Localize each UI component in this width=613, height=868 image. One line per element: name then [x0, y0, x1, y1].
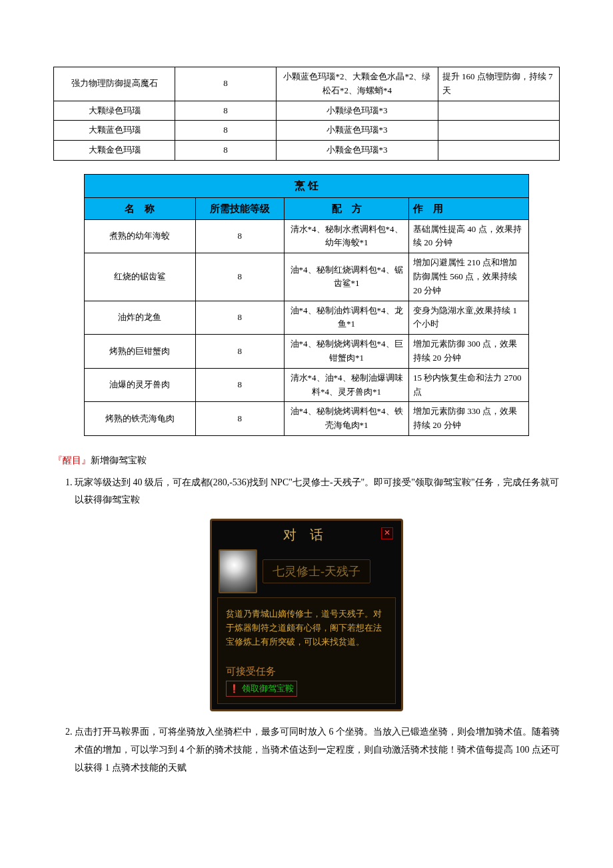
item-name: 烤熟的巨钳蟹肉 — [84, 335, 195, 369]
table-row: 强力物理防御提高魔石 8 小颗蓝色玛瑙*2、大颗金色水晶*2、绿松石*2、海螺蛸… — [54, 67, 560, 101]
table-row: 烤熟的巨钳蟹肉 8 油*4、秘制烧烤调料包*4、巨钳蟹肉*1 增加元素防御 30… — [84, 335, 529, 369]
effect: 增加闪避属性 210 点和增加防御属性 560 点，效果持续 20 分钟 — [409, 253, 529, 301]
recipe: 油*4、秘制烧烤调料包*4、铁壳海龟肉*1 — [285, 402, 409, 436]
skill-level: 8 — [195, 335, 285, 369]
effect — [438, 141, 559, 161]
npc-avatar — [219, 549, 257, 593]
table-row: 烤熟的铁壳海龟肉 8 油*4、秘制烧烤调料包*4、铁壳海龟肉*1 增加元素防御 … — [84, 402, 529, 436]
recipe: 清水*4、秘制水煮调料包*4、幼年海蛟*1 — [285, 219, 409, 253]
section-title: 新增御驾宝鞍 — [91, 455, 147, 465]
item-name: 油炸的龙鱼 — [84, 301, 195, 335]
table-row: 煮熟的幼年海蛟 8 清水*4、秘制水煮调料包*4、幼年海蛟*1 基础属性提高 4… — [84, 219, 529, 253]
section-heading: 『醒目』新增御驾宝鞍 玩家等级达到 40 级后，可在成都(280,-536)找到… — [53, 452, 560, 509]
npc-dialog: 对话 ✕ 七灵修士-天残子 贫道乃青城山嫡传修士，道号天残子。对于炼器制符之道颇… — [210, 519, 403, 712]
recipe: 油*4、秘制烧烤调料包*4、巨钳蟹肉*1 — [285, 335, 409, 369]
close-icon[interactable]: ✕ — [381, 527, 393, 539]
recipe: 小颗绿色玛瑙*3 — [276, 101, 438, 121]
recipe: 小颗蓝色玛瑙*3 — [276, 121, 438, 141]
table-header-row: 名 称 所需技能等级 配 方 作 用 — [84, 197, 529, 219]
npc-name: 七灵修士-天残子 — [263, 559, 370, 583]
skill-level: 8 — [195, 402, 285, 436]
item-name: 大颗蓝色玛瑙 — [54, 121, 175, 141]
recipe: 清水*4、油*4、秘制油爆调味料*4、灵牙兽肉*1 — [285, 368, 409, 402]
cooking-table: 烹 饪 名 称 所需技能等级 配 方 作 用 煮熟的幼年海蛟 8 清水*4、秘制… — [84, 174, 530, 436]
list-item-2: 点击打开马鞍界面，可将坐骑放入坐骑栏中，最多可同时放入 6 个坐骑。当放入已锻造… — [75, 723, 560, 777]
attention-label: 『醒目』 — [53, 455, 91, 465]
dialog-title: 对话 — [283, 526, 336, 544]
task-section-label: 可接受任务 — [226, 665, 387, 678]
col-name: 名 称 — [84, 197, 195, 219]
skill-level: 8 — [175, 67, 277, 101]
table-row: 大颗绿色玛瑙 8 小颗绿色玛瑙*3 — [54, 101, 560, 121]
effect: 提升 160 点物理防御，持续 7 天 — [438, 67, 559, 101]
col-recipe: 配 方 — [285, 197, 409, 219]
item-name: 油爆的灵牙兽肉 — [84, 368, 195, 402]
effect: 增加元素防御 330 点，效果持续 20 分钟 — [409, 402, 529, 436]
table-row: 油爆的灵牙兽肉 8 清水*4、油*4、秘制油爆调味料*4、灵牙兽肉*1 15 秒… — [84, 368, 529, 402]
recipe: 小颗金色玛瑙*3 — [276, 141, 438, 161]
item-name: 红烧的锯齿鲨 — [84, 253, 195, 301]
item-name: 强力物理防御提高魔石 — [54, 67, 175, 101]
skill-level: 8 — [175, 101, 277, 121]
dialog-text: 贫道乃青城山嫡传修士，道号天残子。对于炼器制符之道颇有心得，阁下若想在法宝修炼上… — [226, 607, 387, 650]
item-name: 煮熟的幼年海蛟 — [84, 219, 195, 253]
crafting-table-fragment: 强力物理防御提高魔石 8 小颗蓝色玛瑙*2、大颗金色水晶*2、绿松石*2、海螺蛸… — [53, 67, 560, 161]
effect: 基础属性提高 40 点，效果持续 20 分钟 — [409, 219, 529, 253]
effect: 变身为隐湖水童,效果持续 1 个小时 — [409, 301, 529, 335]
effect — [438, 121, 559, 141]
effect: 增加元素防御 300 点，效果持续 20 分钟 — [409, 335, 529, 369]
col-effect: 作 用 — [409, 197, 529, 219]
skill-level: 8 — [195, 253, 285, 301]
list-item-1: 玩家等级达到 40 级后，可在成都(280,-536)找到 NPC"七灵修士-天… — [75, 474, 560, 509]
skill-level: 8 — [175, 141, 277, 161]
table-row: 大颗金色玛瑙 8 小颗金色玛瑙*3 — [54, 141, 560, 161]
table-title-row: 烹 饪 — [84, 174, 529, 197]
effect: 15 秒内恢复生命和法力 2700 点 — [409, 368, 529, 402]
recipe: 油*4、秘制油炸调料包*4、龙鱼*1 — [285, 301, 409, 335]
col-level: 所需技能等级 — [195, 197, 285, 219]
effect — [438, 101, 559, 121]
skill-level: 8 — [175, 121, 277, 141]
table-row: 大颗蓝色玛瑙 8 小颗蓝色玛瑙*3 — [54, 121, 560, 141]
table-row: 红烧的锯齿鲨 8 油*4、秘制红烧调料包*4、锯齿鲨*1 增加闪避属性 210 … — [84, 253, 529, 301]
table-row: 油炸的龙鱼 8 油*4、秘制油炸调料包*4、龙鱼*1 变身为隐湖水童,效果持续 … — [84, 301, 529, 335]
item-name: 烤熟的铁壳海龟肉 — [84, 402, 195, 436]
item-name: 大颗绿色玛瑙 — [54, 101, 175, 121]
recipe: 小颗蓝色玛瑙*2、大颗金色水晶*2、绿松石*2、海螺蛸*4 — [276, 67, 438, 101]
task-link[interactable]: 领取御驾宝鞍 — [226, 681, 297, 697]
skill-level: 8 — [195, 368, 285, 402]
recipe: 油*4、秘制红烧调料包*4、锯齿鲨*1 — [285, 253, 409, 301]
table-title: 烹 饪 — [84, 174, 529, 197]
skill-level: 8 — [195, 301, 285, 335]
skill-level: 8 — [195, 219, 285, 253]
item-name: 大颗金色玛瑙 — [54, 141, 175, 161]
